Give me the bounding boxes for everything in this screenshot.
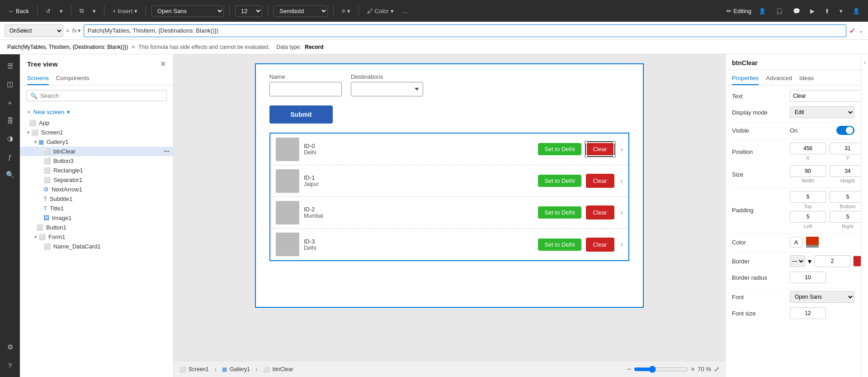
color-text-button[interactable]: A [790,237,802,248]
breadcrumb-btnclear[interactable]: ⬜ btnClear [263,366,293,372]
back-button[interactable]: ← Back [5,6,32,16]
tab-advanced[interactable]: Advanced [766,73,792,85]
tab-ideas[interactable]: Ideas [799,73,814,85]
tree-item-title1[interactable]: T Title1 [20,204,173,213]
avatar-button[interactable]: 👤 [850,6,863,16]
copy-dropdown[interactable]: ▾ [90,6,99,16]
button3-icon: ⬜ [43,157,51,164]
copy-button[interactable]: ⧉ [77,5,86,16]
new-screen-button[interactable]: + New screen ▾ [20,106,173,118]
settings-icon[interactable]: ⚙ [2,339,18,355]
width-input[interactable] [790,165,826,177]
breadcrumb-screen1[interactable]: ⬜ Screen1 [179,366,209,372]
formula-input[interactable] [84,24,846,37]
gallery-arrow-1[interactable]: › [621,177,623,185]
more-button[interactable]: ... [400,6,410,16]
right-panel-expand-button[interactable]: › [863,59,865,66]
pad-top-input[interactable] [790,191,826,203]
pos-x-input[interactable] [790,143,826,154]
icon-btn-2[interactable]: 🎧 [773,6,786,16]
pad-bottom-input[interactable] [830,191,861,203]
tree-item-image1[interactable]: 🖼 Image1 [20,213,173,223]
undo-dropdown[interactable]: ▾ [57,6,66,16]
border-style-select[interactable]: — [790,255,805,267]
zoom-slider[interactable] [634,366,688,373]
pad-left-input[interactable] [790,211,826,223]
font-size-input[interactable] [790,307,826,319]
color-button[interactable]: 🖊 Color ▾ [364,6,396,16]
formula-check-icon[interactable]: ✓ [849,26,856,36]
play-button[interactable]: ▶ [807,6,817,16]
tree-item-nextarrow1[interactable]: ⚙ NextArrow1 [20,185,173,194]
tree-item-screen1[interactable]: ▾ ⬜ Screen1 [20,128,173,137]
tab-components[interactable]: Components [56,72,90,85]
destinations-dropdown[interactable] [351,82,423,96]
menu-icon[interactable]: ☰ [2,58,18,74]
tree-item-button1[interactable]: ⬜ Button1 [20,223,173,232]
set-delhi-button-2[interactable]: Set to Delhi [538,206,581,219]
submit-button[interactable]: Submit [269,105,333,124]
tree-item-name-datacard1[interactable]: ⬜ Name_DataCard1 [20,242,173,251]
tree-item-subtitle1[interactable]: T Subtitle1 [20,194,173,204]
tree-item-gallery1[interactable]: ▾ ▦ Gallery1 [20,137,173,147]
border-radius-input[interactable] [790,272,826,283]
font-size-select[interactable]: 12 [235,5,262,17]
icon-btn-3[interactable]: 💬 [790,6,803,16]
tree-item-form1[interactable]: ▾ ⬜ Form1 [20,232,173,242]
fx-side-icon[interactable]: ƒ [2,148,18,165]
tab-screens[interactable]: Screens [27,72,49,85]
tree-item-separator1[interactable]: ⬜ Separator1 [20,175,173,185]
font-prop-select[interactable]: Open Sans [790,291,854,303]
breadcrumb-gallery1[interactable]: ▦ Gallery1 [222,366,250,372]
zoom-minus-button[interactable]: − [627,365,631,373]
name-input[interactable] [269,82,342,96]
clear-button-3[interactable]: Clear [586,238,614,252]
border-width-input[interactable] [814,255,850,267]
fit-screen-button[interactable]: ⤢ [714,365,720,373]
displaymode-prop-select[interactable]: Edit [790,106,854,118]
align-button[interactable]: ≡ ▾ [339,6,353,16]
canvas-scroll[interactable]: Name Destinations Submit [174,54,725,361]
toolbar-dropdown-btn[interactable]: ▾ [837,6,845,16]
pad-right-input[interactable] [830,211,861,223]
icon-btn-1[interactable]: 👤 [756,6,769,16]
set-delhi-button-0[interactable]: Set to Delhi [538,143,581,155]
set-delhi-button-1[interactable]: Set to Delhi [538,175,581,187]
set-delhi-button-3[interactable]: Set to Delhi [538,239,581,251]
border-color-swatch[interactable] [853,256,861,267]
color-fill-button[interactable] [806,237,819,248]
gallery-arrow-2[interactable]: › [621,209,623,217]
layers-icon[interactable]: ◫ [2,76,18,92]
search-side-icon[interactable]: 🔍 [2,167,18,183]
tree-item-button3[interactable]: ⬜ Button3 [20,156,173,166]
gallery-arrow-0[interactable]: › [621,145,623,153]
formula-property-select[interactable]: OnSelect [5,24,63,37]
tree-item-app[interactable]: ⬜ App [20,118,173,128]
insert-button[interactable]: + Insert ▾ [110,6,140,16]
text-prop-input[interactable] [790,90,861,102]
publish-button[interactable]: ⬆ [822,6,832,16]
visible-toggle[interactable] [836,126,854,135]
height-input[interactable] [830,165,861,177]
search-input[interactable] [40,92,163,99]
tree-item-btnclear[interactable]: ⬜ btnClear ••• [20,147,173,156]
help-icon[interactable]: ? [2,357,18,373]
zoom-plus-button[interactable]: + [691,365,695,373]
left-panel-close-button[interactable]: ✕ [160,60,166,68]
formula-expand-icon[interactable]: ⌄ [859,27,863,34]
font-weight-select[interactable]: Semibold [274,5,328,17]
clear-button-0[interactable]: Clear [586,142,614,156]
clear-button-1[interactable]: Clear [586,174,614,188]
data-icon[interactable]: 🗄 [2,112,18,129]
btnclear-more-icon[interactable]: ••• [164,148,170,155]
theme-icon[interactable]: ◑ [2,130,18,147]
gallery-arrow-3[interactable]: › [621,240,623,248]
clear-button-2[interactable]: Clear [586,205,614,220]
tab-properties[interactable]: Properties [732,73,759,85]
tree-item-rectangle1[interactable]: ⬜ Rectangle1 [20,166,173,175]
undo-button[interactable]: ↺ [43,6,53,16]
pos-y-input[interactable] [830,143,861,154]
font-family-select[interactable]: Open Sans [151,5,224,17]
btnclear-breadcrumb-icon: ⬜ [263,366,270,372]
insert-icon[interactable]: + [2,94,18,110]
